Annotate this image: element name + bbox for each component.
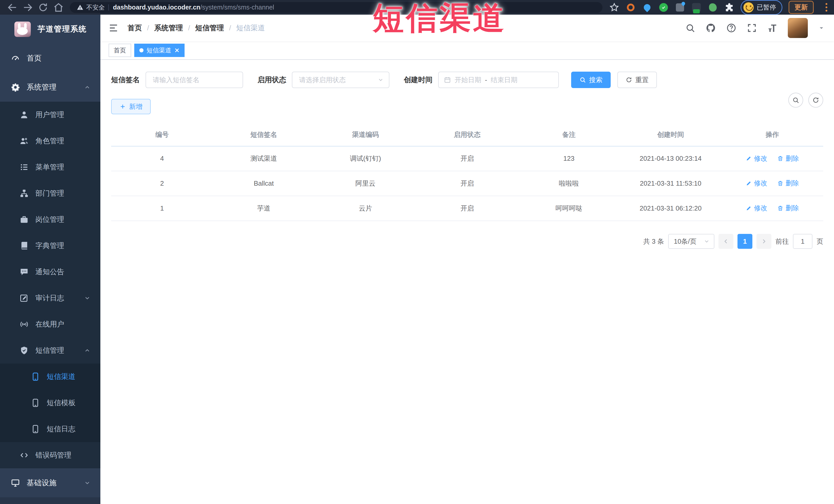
breadcrumb: 首页 / 系统管理 / 短信管理 / 短信渠道 xyxy=(128,23,265,33)
search-button[interactable]: 搜索 xyxy=(571,72,611,88)
extension-green-sprout-icon[interactable] xyxy=(708,2,718,13)
delete-link[interactable]: 删除 xyxy=(777,179,799,188)
browser-reload-icon[interactable] xyxy=(38,2,49,13)
next-page-button[interactable] xyxy=(756,234,771,249)
current-page-button[interactable]: 1 xyxy=(738,234,752,249)
browser-extensions-bar: 已暂停 更新 xyxy=(609,0,829,15)
page-size-select[interactable]: 10条/页 xyxy=(668,234,715,249)
cell-status: 开启 xyxy=(416,196,518,221)
sidebar-item-label: 短信模板 xyxy=(47,398,75,408)
sidebar-item-sms-log[interactable]: 短信日志 xyxy=(0,416,101,442)
status-select[interactable]: 请选择启用状态 xyxy=(292,72,389,88)
sidebar-item-departments[interactable]: 部门管理 xyxy=(0,180,101,206)
extension-gray-drop-icon[interactable] xyxy=(675,2,685,13)
sidebar-item-sms-template[interactable]: 短信模板 xyxy=(0,390,101,416)
security-label[interactable]: 不安全 xyxy=(86,3,105,12)
end-date-placeholder[interactable]: 结束日期 xyxy=(491,75,518,85)
cell-signature: Ballcat xyxy=(213,171,314,196)
search-icon[interactable] xyxy=(685,23,695,33)
chevron-left-icon xyxy=(723,238,729,244)
sidebar-item-infrastructure[interactable]: 基础设施 xyxy=(0,468,101,497)
tab-sms-channel[interactable]: 短信渠道 xyxy=(134,44,184,57)
breadcrumb-home[interactable]: 首页 xyxy=(128,23,142,33)
browser-update-button[interactable]: 更新 xyxy=(789,1,814,14)
breadcrumb-separator: / xyxy=(188,24,190,32)
prev-page-button[interactable] xyxy=(719,234,733,249)
sidebar-item-sms-channel[interactable]: 短信渠道 xyxy=(0,364,101,390)
user-avatar[interactable] xyxy=(788,18,808,38)
sidebar-item-system[interactable]: 系统管理 xyxy=(0,73,101,102)
signature-input-wrap xyxy=(146,72,243,88)
sidebar-item-menus[interactable]: 菜单管理 xyxy=(0,154,101,180)
close-icon[interactable] xyxy=(174,48,179,53)
col-status: 启用状态 xyxy=(416,124,518,146)
sidebar-item-label: 基础设施 xyxy=(27,478,57,488)
search-icon xyxy=(792,96,799,104)
reset-button[interactable]: 重置 xyxy=(617,72,657,88)
sidebar-toggle-icon[interactable] xyxy=(108,23,119,34)
sidebar-item-error-codes[interactable]: 错误码管理 xyxy=(0,442,101,468)
sidebar-item-posts[interactable]: 岗位管理 xyxy=(0,206,101,233)
col-id: 编号 xyxy=(111,124,213,146)
chevron-down-icon xyxy=(378,77,384,83)
sidebar-item-audit-log[interactable]: 审计日志 xyxy=(0,285,101,311)
refresh-table-button[interactable] xyxy=(808,93,823,108)
table-row: 4 测试渠道 调试(钉钉) 开启 123 2021-04-13 00:23:14 xyxy=(111,146,823,171)
edit-link[interactable]: 修改 xyxy=(746,154,767,163)
profile-paused-badge[interactable]: 已暂停 xyxy=(741,0,783,15)
sidebar: 芋道管理系统 首页 系统管理 xyxy=(0,15,101,504)
extensions-puzzle-icon[interactable] xyxy=(724,2,734,13)
browser-menu-kebab-icon[interactable] xyxy=(824,3,829,12)
font-size-icon[interactable] xyxy=(767,23,777,33)
breadcrumb-sms[interactable]: 短信管理 xyxy=(195,23,224,33)
sidebar-item-users[interactable]: 用户管理 xyxy=(0,102,101,128)
start-date-placeholder[interactable]: 开始日期 xyxy=(455,75,481,85)
sidebar-item-label: 菜单管理 xyxy=(36,162,64,172)
hide-search-button[interactable] xyxy=(788,93,803,108)
total-count: 共 3 条 xyxy=(643,237,664,246)
browser-home-icon[interactable] xyxy=(53,2,64,13)
sidebar-item-label: 审计日志 xyxy=(36,293,64,303)
signature-input[interactable] xyxy=(146,76,243,84)
search-icon xyxy=(579,76,586,83)
extension-orange-ring-icon[interactable] xyxy=(626,2,636,13)
sidebar-item-online-users[interactable]: 在线用户 xyxy=(0,311,101,337)
browser-forward-icon[interactable] xyxy=(22,2,34,13)
cell-created: 2021-03-31 06:12:20 xyxy=(620,196,721,221)
breadcrumb-system[interactable]: 系统管理 xyxy=(154,23,183,33)
sidebar-item-label: 通知公告 xyxy=(36,267,64,277)
goto-page-input[interactable] xyxy=(793,234,812,249)
address-bar[interactable]: 不安全 dashboard.yudao.iocoder.cn /system/s… xyxy=(70,2,602,13)
app-logo-row: 芋道管理系统 xyxy=(0,15,101,44)
cell-signature: 测试渠道 xyxy=(213,146,314,171)
sidebar-item-label: 短信日志 xyxy=(47,424,75,434)
sidebar-item-notices[interactable]: 通知公告 xyxy=(0,259,101,285)
sidebar-item-sms[interactable]: 短信管理 xyxy=(0,337,101,364)
delete-link[interactable]: 删除 xyxy=(777,154,799,163)
add-button[interactable]: 新增 xyxy=(111,99,151,114)
cell-created: 2021-04-13 00:23:14 xyxy=(620,146,721,171)
extension-green-check-icon[interactable] xyxy=(658,2,669,13)
calendar-icon xyxy=(444,76,451,84)
col-remark: 备注 xyxy=(518,124,620,146)
main-area: 首页 / 系统管理 / 短信管理 / 短信渠道 xyxy=(101,15,834,504)
browser-back-icon[interactable] xyxy=(7,2,18,13)
delete-link[interactable]: 删除 xyxy=(777,204,799,213)
caret-down-icon[interactable] xyxy=(818,25,825,31)
tab-home[interactable]: 首页 xyxy=(109,44,131,57)
github-icon[interactable] xyxy=(706,23,716,33)
sidebar-item-roles[interactable]: 角色管理 xyxy=(0,128,101,154)
edit-link[interactable]: 修改 xyxy=(746,179,767,188)
sidebar-item-dict[interactable]: 字典管理 xyxy=(0,233,101,259)
extension-on-switch-icon[interactable] xyxy=(691,2,702,13)
bookmark-star-icon[interactable] xyxy=(609,2,619,13)
chevron-down-icon xyxy=(84,480,91,486)
sidebar-item-home[interactable]: 首页 xyxy=(0,44,101,73)
date-range-picker[interactable]: 开始日期 - 结束日期 xyxy=(438,72,559,88)
edit-link[interactable]: 修改 xyxy=(746,204,767,213)
fullscreen-icon[interactable] xyxy=(747,23,757,33)
extension-blue-pin-icon[interactable] xyxy=(642,2,652,13)
sidebar-item-label: 岗位管理 xyxy=(36,215,64,224)
app-navbar: 首页 / 系统管理 / 短信管理 / 短信渠道 xyxy=(101,15,834,41)
help-icon[interactable] xyxy=(726,23,737,33)
